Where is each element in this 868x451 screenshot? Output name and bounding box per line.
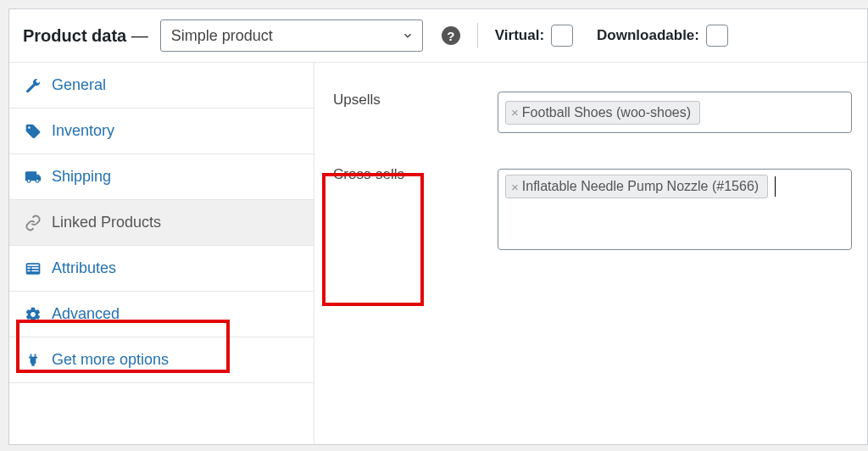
tag-text: Inflatable Needle Pump Nozzle (#1566) <box>522 179 759 194</box>
virtual-group: Virtual: <box>495 25 573 47</box>
tab-label: Get more options <box>52 351 169 369</box>
side-tabs: General Inventory Shipping Linked Produc… <box>9 63 314 444</box>
tab-label: Attributes <box>52 259 116 277</box>
title-dash: — <box>131 26 148 45</box>
link-icon <box>25 214 42 231</box>
truck-icon <box>25 169 42 186</box>
upsells-tag: × Football Shoes (woo-shoes) <box>505 101 700 125</box>
help-icon[interactable]: ? <box>442 26 460 45</box>
tab-label: Shipping <box>52 168 111 186</box>
tab-get-more[interactable]: Get more options <box>9 337 314 383</box>
wrench-icon <box>25 77 42 94</box>
registration-icon <box>25 260 42 277</box>
text-cursor <box>775 176 776 197</box>
tab-label: Inventory <box>52 122 114 140</box>
panel-body: General Inventory Shipping Linked Produc… <box>9 63 867 444</box>
tab-advanced[interactable]: Advanced <box>9 292 314 337</box>
plug-icon <box>25 352 42 369</box>
tab-label: Linked Products <box>52 214 161 231</box>
tab-label: General <box>52 76 106 94</box>
cross-sells-input[interactable]: × Inflatable Needle Pump Nozzle (#1566) <box>498 169 852 250</box>
tab-attributes[interactable]: Attributes <box>9 246 314 292</box>
cross-sells-tag: × Inflatable Needle Pump Nozzle (#1566) <box>505 175 768 198</box>
tag-text: Football Shoes (woo-shoes) <box>522 105 691 120</box>
virtual-checkbox[interactable] <box>551 25 573 47</box>
header-divider <box>477 23 478 48</box>
tab-general[interactable]: General <box>9 63 314 109</box>
tag-icon <box>25 123 42 140</box>
product-data-panel: Product data — Simple product ? Virtual:… <box>8 8 868 445</box>
gear-icon <box>25 306 42 323</box>
downloadable-checkbox[interactable] <box>706 25 728 47</box>
remove-tag-icon[interactable]: × <box>511 180 519 194</box>
panel-header: Product data — Simple product ? Virtual:… <box>9 9 867 63</box>
downloadable-group: Downloadable: <box>597 25 728 47</box>
upsells-input[interactable]: × Football Shoes (woo-shoes) <box>498 92 852 133</box>
downloadable-label: Downloadable: <box>597 27 699 44</box>
remove-tag-icon[interactable]: × <box>511 105 519 120</box>
chevron-down-icon <box>402 30 414 42</box>
product-type-select[interactable]: Simple product <box>160 19 423 52</box>
panel-title-text: Product data <box>23 26 126 45</box>
inputs-column: × Football Shoes (woo-shoes) × Inflatabl… <box>498 92 867 444</box>
panel-title: Product data — <box>23 26 148 46</box>
cross-sells-label: Cross-sells <box>333 166 404 214</box>
product-type-value: Simple product <box>171 27 273 45</box>
upsells-label: Upsells <box>333 92 404 139</box>
tab-shipping[interactable]: Shipping <box>9 154 314 200</box>
tab-inventory[interactable]: Inventory <box>9 109 314 154</box>
linked-products-content: Upsells Cross-sells × Football Shoes (wo… <box>314 63 867 444</box>
virtual-label: Virtual: <box>495 27 544 44</box>
tab-label: Advanced <box>52 305 120 323</box>
labels-column: Upsells Cross-sells <box>333 92 404 444</box>
tab-linked-products[interactable]: Linked Products <box>9 200 314 246</box>
